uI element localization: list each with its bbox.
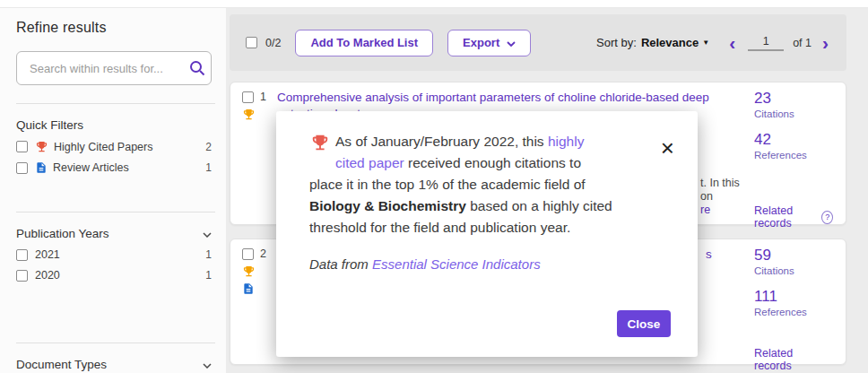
result-stats: 59 Citations 111 References Related reco…: [754, 239, 833, 364]
filter-review-articles[interactable]: Review Articles 1: [16, 161, 212, 174]
document-types-title: Document Types: [16, 358, 107, 371]
refine-sidebar: Refine results Quick Filters Highly Cite…: [0, 8, 226, 373]
divider: [16, 103, 215, 104]
modal-description: As of January/February 2022, this highly…: [309, 131, 612, 239]
filter-count: 1: [205, 161, 212, 174]
export-button[interactable]: Export: [447, 30, 531, 56]
filter-label: Review Articles: [53, 161, 129, 174]
selection-count: 0/2: [265, 37, 281, 49]
refine-results-title: Refine results: [16, 20, 212, 36]
trophy-icon: [35, 140, 48, 153]
essential-science-indicators-link[interactable]: Essential Science Indicators: [372, 256, 541, 272]
sort-value[interactable]: Relevance: [641, 36, 699, 49]
chevron-down-icon[interactable]: [203, 227, 212, 240]
citations-label: Citations: [754, 108, 833, 120]
filter-count: 2: [205, 141, 212, 153]
trophy-icon: [242, 108, 256, 121]
select-all-checkbox[interactable]: [246, 37, 257, 48]
export-label: Export: [463, 36, 499, 49]
page-next-icon[interactable]: ›: [820, 33, 830, 52]
modal-field-name: Biology & Biochemistry: [309, 198, 466, 213]
citations-label: Citations: [754, 265, 833, 277]
close-button[interactable]: Close: [617, 310, 671, 337]
top-divider: [0, 0, 868, 8]
filter-label: 2021: [35, 248, 60, 261]
add-to-marked-list-button[interactable]: Add To Marked List: [295, 30, 433, 56]
publication-years-header[interactable]: Publication Years: [16, 227, 212, 240]
filter-count: 1: [205, 248, 212, 261]
abstract-fragment: t. In this: [700, 177, 740, 190]
page-number-input[interactable]: 1: [748, 35, 784, 51]
result-select-column: 2: [230, 239, 277, 364]
data-from-line: Data from Essential Science Indicators: [309, 256, 541, 272]
page-previous-icon[interactable]: ‹: [727, 33, 737, 52]
highly-cited-paper-modal: × As of January/February 2022, this high…: [276, 111, 698, 357]
references-count[interactable]: 42: [754, 131, 833, 149]
related-records-link[interactable]: Related records: [754, 347, 833, 372]
chevron-down-icon[interactable]: [203, 358, 212, 371]
document-icon: [242, 282, 255, 295]
related-records-label: Related records: [754, 204, 818, 230]
publication-years-title: Publication Years: [16, 227, 109, 240]
trophy-icon: [242, 265, 256, 278]
quick-filters-title: Quick Filters: [16, 118, 83, 132]
search-icon[interactable]: [189, 60, 205, 76]
checkbox[interactable]: [16, 270, 28, 282]
sort-by-label: Sort by:: [596, 36, 637, 49]
filter-year-2020[interactable]: 2020 1: [16, 269, 212, 282]
result-title-fragment[interactable]: s: [706, 247, 712, 263]
filter-count: 1: [205, 269, 212, 282]
modal-text-before: As of January/February 2022, this: [335, 134, 548, 149]
search-input[interactable]: [28, 61, 189, 76]
result-select-column: 1: [230, 82, 277, 224]
document-types-header[interactable]: Document Types: [16, 358, 212, 371]
abstract-fragment: on: [700, 190, 713, 204]
checkbox[interactable]: [16, 249, 28, 261]
result-checkbox[interactable]: [242, 91, 254, 103]
help-icon[interactable]: ?: [821, 211, 833, 224]
result-index: 1: [260, 91, 266, 103]
related-records-link[interactable]: Related records ?: [754, 204, 833, 230]
filter-year-2021[interactable]: 2021 1: [16, 248, 212, 261]
filter-label: 2020: [35, 269, 60, 282]
references-label: References: [754, 306, 833, 318]
close-icon[interactable]: ×: [661, 136, 674, 160]
document-icon: [35, 161, 48, 174]
result-stats: 23 Citations 42 References Related recor…: [754, 82, 833, 224]
sort-caret-icon[interactable]: ▼: [702, 39, 709, 47]
filter-label: Highly Cited Papers: [54, 141, 152, 153]
checkbox[interactable]: [16, 162, 28, 174]
references-label: References: [754, 149, 833, 161]
link-fragment[interactable]: re: [700, 204, 710, 217]
page-of-label: of 1: [793, 37, 812, 49]
related-records-label: Related records: [754, 347, 833, 372]
search-within-results-box[interactable]: [16, 51, 212, 85]
references-count[interactable]: 111: [754, 288, 833, 306]
results-toolbar: 0/2 Add To Marked List Export Sort by: R…: [230, 14, 846, 71]
result-index: 2: [260, 247, 266, 260]
quick-filters-header: Quick Filters: [16, 118, 212, 132]
citations-count[interactable]: 59: [754, 247, 833, 265]
filter-highly-cited-papers[interactable]: Highly Cited Papers 2: [16, 140, 212, 153]
chevron-down-icon: [507, 36, 516, 49]
citations-count[interactable]: 23: [754, 90, 833, 108]
divider: [16, 343, 215, 343]
result-checkbox[interactable]: [242, 248, 254, 260]
trophy-icon: [309, 133, 331, 159]
checkbox[interactable]: [16, 141, 28, 152]
data-from-prefix: Data from: [309, 256, 372, 272]
divider: [16, 212, 215, 213]
